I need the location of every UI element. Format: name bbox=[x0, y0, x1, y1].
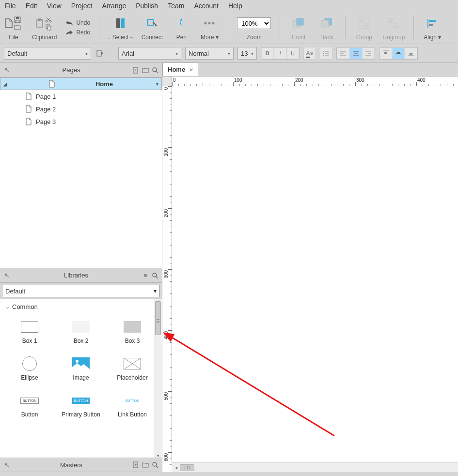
redo-button[interactable]: Redo bbox=[65, 29, 90, 36]
close-tab-icon[interactable]: × bbox=[189, 66, 193, 74]
bold-button[interactable]: B bbox=[262, 48, 273, 59]
add-page-icon[interactable]: + bbox=[131, 65, 141, 75]
page-row[interactable]: Page 3 bbox=[0, 115, 162, 128]
horizontal-scrollbar[interactable]: ◂ bbox=[172, 462, 458, 472]
menu-view[interactable]: View bbox=[47, 2, 62, 10]
widget-ellipse[interactable]: Ellipse bbox=[4, 358, 55, 381]
valign-middle-button[interactable] bbox=[393, 48, 404, 59]
svg-point-57 bbox=[153, 273, 157, 277]
vertical-ruler[interactable]: 0100200300400500600 bbox=[162, 86, 172, 462]
copy-icon[interactable] bbox=[45, 24, 52, 31]
scrollbar-thumb[interactable] bbox=[180, 464, 194, 471]
widget-image[interactable]: Image bbox=[55, 358, 107, 381]
ungroup-button[interactable]: Ungroup bbox=[382, 15, 405, 41]
align-button[interactable]: Align ▾ bbox=[423, 15, 442, 41]
widget-box3[interactable]: Box 3 bbox=[107, 321, 158, 344]
scrollbar-thumb[interactable] bbox=[155, 301, 161, 335]
main-toolbar: File Clipboard Undo Redo ⌐ Select ¬ bbox=[0, 12, 458, 44]
menu-help[interactable]: Help bbox=[228, 2, 242, 10]
svg-rect-30 bbox=[97, 50, 101, 56]
size-select[interactable]: 13 bbox=[237, 47, 257, 60]
menu-account[interactable]: Account bbox=[194, 2, 219, 10]
underline-button[interactable]: U bbox=[287, 48, 299, 59]
zoom-select[interactable]: 100% bbox=[237, 17, 271, 29]
svg-point-67 bbox=[153, 462, 157, 466]
open-icon[interactable] bbox=[14, 24, 21, 30]
svg-rect-22 bbox=[364, 23, 368, 27]
add-folder-icon[interactable]: + bbox=[141, 65, 150, 75]
page-row[interactable]: Page 2 bbox=[0, 103, 162, 115]
group-button[interactable]: Group bbox=[354, 15, 374, 41]
canvas[interactable] bbox=[172, 86, 458, 462]
file-button[interactable]: File bbox=[4, 15, 23, 41]
pages-panel-header: ↖ Pages + + bbox=[0, 63, 162, 77]
text-color-button[interactable]: A▾ bbox=[303, 47, 316, 60]
connect-tool[interactable]: Connect bbox=[142, 15, 163, 41]
search-pages-icon[interactable] bbox=[150, 65, 160, 75]
page-row-home[interactable]: ◢ Home bbox=[0, 77, 162, 90]
horizontal-ruler[interactable]: 0100200300400 bbox=[172, 77, 458, 86]
pages-list: ◢ Home Page 1 Page 2 Page 3 bbox=[0, 77, 162, 268]
svg-point-13 bbox=[205, 22, 207, 25]
more-tool[interactable]: More ▾ bbox=[200, 15, 219, 41]
menu-team[interactable]: Team bbox=[168, 2, 184, 10]
undo-icon bbox=[65, 20, 73, 26]
style-select[interactable]: Default bbox=[4, 47, 91, 60]
svg-line-56 bbox=[156, 71, 158, 73]
menu-arrange[interactable]: Arrange bbox=[102, 2, 126, 10]
font-select[interactable]: Arial bbox=[118, 47, 181, 60]
align-left-button[interactable] bbox=[337, 48, 349, 59]
svg-rect-8 bbox=[47, 26, 51, 30]
widget-box1[interactable]: Box 1 bbox=[4, 321, 55, 344]
menu-icon[interactable]: ≡ bbox=[141, 271, 150, 280]
align-center-button[interactable] bbox=[350, 48, 362, 59]
ungroup-icon bbox=[388, 15, 399, 32]
search-libraries-icon[interactable] bbox=[150, 271, 160, 280]
valign-top-button[interactable] bbox=[380, 48, 392, 59]
paste-style-icon[interactable] bbox=[95, 48, 105, 58]
svg-rect-9 bbox=[116, 18, 120, 28]
menu-project[interactable]: Project bbox=[71, 2, 93, 10]
clipboard-button[interactable]: Clipboard bbox=[32, 15, 57, 41]
search-masters-icon[interactable] bbox=[150, 460, 160, 470]
save-icon[interactable] bbox=[14, 16, 21, 23]
widget-button[interactable]: BUTTONButton bbox=[4, 395, 55, 418]
svg-point-35 bbox=[323, 55, 324, 56]
front-icon bbox=[293, 15, 304, 32]
widget-primary-button[interactable]: BUTTONPrimary Button bbox=[55, 395, 107, 418]
tab-home[interactable]: Home × bbox=[162, 62, 198, 76]
svg-rect-28 bbox=[429, 20, 436, 22]
collapse-icon[interactable]: ↖ bbox=[2, 65, 12, 75]
svg-rect-17 bbox=[297, 18, 303, 25]
back-button[interactable]: Back bbox=[317, 15, 336, 41]
front-button[interactable]: Front bbox=[289, 15, 308, 41]
library-body: Common Box 1 Box 2 Box 3 Ellipse Image P… bbox=[0, 299, 162, 458]
svg-text:+: + bbox=[134, 68, 137, 73]
collapse-icon[interactable]: ↖ bbox=[2, 460, 12, 470]
library-select[interactable]: Default bbox=[2, 285, 160, 297]
page-row[interactable]: Page 1 bbox=[0, 90, 162, 103]
add-master-icon[interactable]: + bbox=[131, 460, 141, 470]
library-category[interactable]: Common bbox=[0, 299, 162, 314]
add-master-folder-icon[interactable]: + bbox=[141, 460, 150, 470]
widget-placeholder[interactable]: Placeholder bbox=[107, 358, 158, 381]
expand-arrow-icon[interactable]: ◢ bbox=[3, 81, 8, 87]
pen-tool[interactable]: Pen bbox=[172, 15, 191, 41]
undo-button[interactable]: Undo bbox=[65, 19, 90, 26]
italic-button[interactable]: I bbox=[274, 48, 286, 59]
menu-publish[interactable]: Publish bbox=[136, 2, 158, 10]
zoom-control[interactable]: 100% Zoom bbox=[237, 15, 271, 41]
svg-point-60 bbox=[76, 360, 79, 363]
menu-edit[interactable]: Edit bbox=[26, 2, 37, 10]
library-scrollbar[interactable]: ▴ ▾ bbox=[154, 299, 162, 458]
cut-icon[interactable] bbox=[45, 16, 52, 23]
align-right-button[interactable] bbox=[363, 48, 374, 59]
weight-select[interactable]: Normal bbox=[185, 47, 234, 60]
widget-box2[interactable]: Box 2 bbox=[55, 321, 107, 344]
select-tool[interactable]: ⌐ Select ¬ bbox=[108, 15, 133, 41]
valign-bottom-button[interactable] bbox=[405, 48, 417, 59]
menu-file[interactable]: File bbox=[5, 2, 16, 10]
bullets-button[interactable] bbox=[320, 47, 332, 60]
collapse-icon[interactable]: ↖ bbox=[2, 271, 12, 280]
widget-link-button[interactable]: BUTTONLink Button bbox=[107, 395, 158, 418]
